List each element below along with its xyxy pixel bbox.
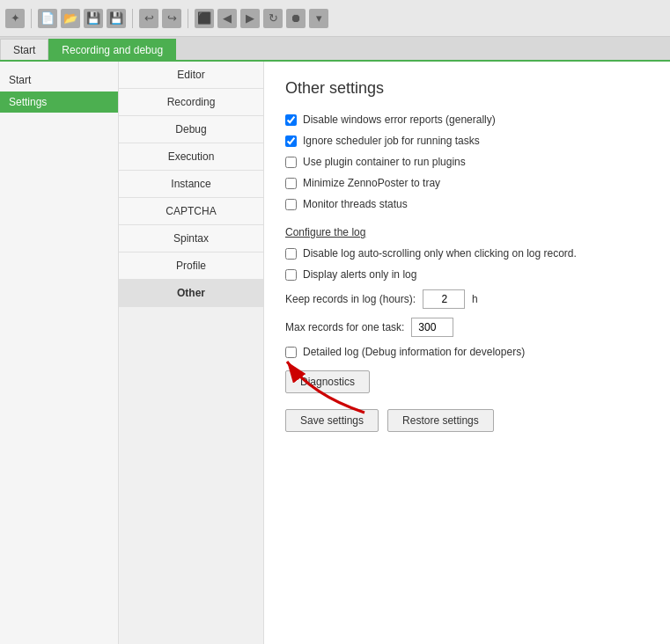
keep-records-row: Keep records in log (hours): h bbox=[285, 289, 649, 309]
nav-item-spintax[interactable]: Spintax bbox=[119, 225, 263, 252]
toolbar-sep-3 bbox=[188, 9, 188, 28]
toolbar-icon-save2[interactable]: 💾 bbox=[107, 9, 126, 28]
checkbox-disable-errors-label: Disable windows error reports (generally… bbox=[303, 113, 496, 126]
sidebar-start[interactable]: Start bbox=[0, 69, 118, 91]
checkbox-row-4: Minimize ZennoPoster to tray bbox=[285, 177, 649, 189]
checkbox-display-alerts[interactable] bbox=[285, 269, 297, 281]
checkbox-row-3: Use plugin container to run plugins bbox=[285, 156, 649, 168]
nav-item-recording[interactable]: Recording bbox=[119, 89, 263, 116]
main-layout: Start Settings Editor Recording Debug Ex… bbox=[0, 62, 670, 644]
toolbar-icon-open[interactable]: 📂 bbox=[61, 9, 80, 28]
nav-list: Editor Recording Debug Execution Instanc… bbox=[119, 62, 264, 644]
tabbar: Start Recording and debug bbox=[0, 37, 670, 62]
keep-records-unit: h bbox=[472, 293, 478, 305]
toolbar-icon-1[interactable]: ✦ bbox=[5, 9, 25, 28]
toolbar-sep-1 bbox=[31, 9, 32, 28]
toolbar-icon-refresh[interactable]: ↻ bbox=[263, 9, 283, 28]
nav-item-execution[interactable]: Execution bbox=[119, 143, 263, 171]
checkbox-disable-autoscroll[interactable] bbox=[285, 248, 297, 260]
nav-item-editor[interactable]: Editor bbox=[119, 62, 263, 89]
detailed-log-section: Detailed log (Debug information for deve… bbox=[285, 346, 649, 358]
toolbar-icon-play[interactable]: ▶ bbox=[240, 9, 260, 28]
log-checkbox-row-1: Disable log auto-scrolling only when cli… bbox=[285, 247, 649, 260]
checkbox-minimize-tray[interactable] bbox=[285, 178, 297, 189]
toolbar-icon-prev[interactable]: ◀ bbox=[217, 9, 237, 28]
content-area: Other settings Disable windows error rep… bbox=[264, 62, 670, 644]
checkbox-ignore-scheduler[interactable] bbox=[285, 135, 297, 147]
log-checkbox-row-2: Display alerts only in log bbox=[285, 268, 649, 281]
nav-item-other[interactable]: Other bbox=[119, 280, 263, 307]
toolbar-sep-2 bbox=[132, 9, 133, 28]
checkbox-ignore-scheduler-label: Ignore scheduler job for running tasks bbox=[303, 135, 480, 147]
diagnostics-button[interactable]: Diagnostics bbox=[285, 370, 370, 393]
checkbox-display-alerts-label: Display alerts only in log bbox=[303, 268, 416, 281]
sidebar-settings[interactable]: Settings bbox=[0, 91, 118, 113]
keep-records-label: Keep records in log (hours): bbox=[285, 293, 416, 305]
max-records-row: Max records for one task: bbox=[285, 318, 649, 337]
toolbar: ✦ 📄 📂 💾 💾 ↩ ↪ ⬛ ◀ ▶ ↻ ⏺ ▾ bbox=[0, 0, 670, 37]
toolbar-icon-rec[interactable]: ⏺ bbox=[286, 9, 306, 28]
nav-item-captcha[interactable]: CAPTCHA bbox=[119, 198, 263, 225]
checkbox-monitor-threads[interactable] bbox=[285, 199, 297, 210]
configure-log-link[interactable]: Configure the log bbox=[285, 226, 365, 238]
nav-item-profile[interactable]: Profile bbox=[119, 252, 263, 280]
nav-item-instance[interactable]: Instance bbox=[119, 171, 263, 198]
toolbar-icon-undo[interactable]: ↩ bbox=[139, 9, 158, 28]
toolbar-icon-save[interactable]: 💾 bbox=[84, 9, 103, 28]
tab-start[interactable]: Start bbox=[0, 39, 48, 60]
sidebar: Start Settings bbox=[0, 62, 119, 644]
checkbox-row-5: Monitor threads status bbox=[285, 198, 649, 210]
checkbox-row-1: Disable windows error reports (generally… bbox=[285, 113, 649, 126]
checkbox-detailed-log-label: Detailed log (Debug information for deve… bbox=[303, 346, 525, 358]
max-records-input[interactable] bbox=[411, 318, 453, 337]
toolbar-icon-new[interactable]: 📄 bbox=[38, 9, 57, 28]
detailed-log-row: Detailed log (Debug information for deve… bbox=[285, 346, 649, 358]
checkbox-disable-errors[interactable] bbox=[285, 114, 297, 126]
page-title: Other settings bbox=[285, 79, 649, 98]
toolbar-icon-stop[interactable]: ⬛ bbox=[195, 9, 214, 28]
restore-settings-button[interactable]: Restore settings bbox=[387, 409, 494, 432]
save-settings-button[interactable]: Save settings bbox=[285, 409, 379, 432]
action-buttons: Save settings Restore settings bbox=[285, 409, 649, 432]
checkbox-minimize-tray-label: Minimize ZennoPoster to tray bbox=[303, 177, 440, 189]
nav-item-debug[interactable]: Debug bbox=[119, 116, 263, 143]
checkbox-row-2: Ignore scheduler job for running tasks bbox=[285, 135, 649, 147]
toolbar-icon-more[interactable]: ▾ bbox=[309, 9, 328, 28]
checkbox-plugin-container-label: Use plugin container to run plugins bbox=[303, 156, 466, 168]
tab-recording-debug[interactable]: Recording and debug bbox=[48, 39, 176, 60]
checkbox-disable-autoscroll-label: Disable log auto-scrolling only when cli… bbox=[303, 247, 577, 260]
keep-records-input[interactable] bbox=[423, 289, 465, 309]
toolbar-icon-redo[interactable]: ↪ bbox=[162, 9, 181, 28]
checkbox-plugin-container[interactable] bbox=[285, 157, 297, 168]
max-records-label: Max records for one task: bbox=[285, 321, 404, 333]
diagnostics-section: Diagnostics bbox=[285, 370, 649, 393]
checkbox-monitor-threads-label: Monitor threads status bbox=[303, 198, 408, 210]
checkbox-detailed-log[interactable] bbox=[285, 347, 297, 358]
